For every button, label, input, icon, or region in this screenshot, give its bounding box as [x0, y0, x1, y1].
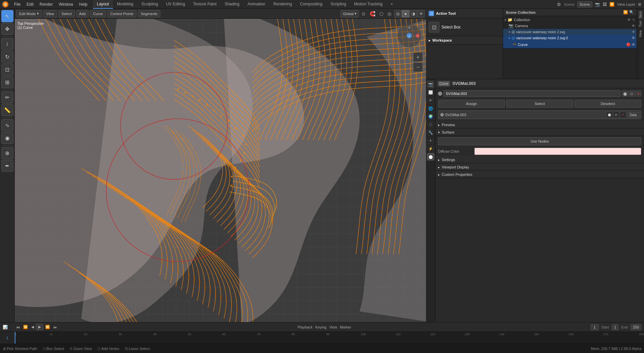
next-frame-btn[interactable]: ⏩ [44, 324, 51, 330]
outliner-search[interactable]: 🔍 [629, 10, 634, 14]
camera-eye[interactable]: 👁 [632, 24, 635, 28]
viewlayer-options[interactable]: ⊞ [638, 2, 641, 7]
surface-section-header[interactable]: ▾ Surface [435, 129, 644, 136]
outliner-item-collection[interactable]: ▾ 📁 Collection 👁 ↖ [503, 17, 637, 23]
extrude-tool[interactable]: ∿ [1, 119, 13, 131]
add-tool[interactable]: ⊕ [1, 147, 13, 159]
tab-modeling[interactable]: Modeling [113, 0, 138, 9]
move-tool[interactable]: ↕ [1, 38, 13, 50]
material-name-input[interactable] [443, 90, 621, 97]
select-menu[interactable]: Select [58, 10, 75, 17]
curve-eye[interactable]: 👁 [632, 43, 635, 47]
use-nodes-button[interactable]: Use Nodes [438, 137, 641, 145]
assign-button[interactable]: Assign [438, 100, 505, 108]
tab-add[interactable]: + [387, 0, 397, 9]
editor-type-icon[interactable]: ⚙ [557, 2, 561, 7]
outliner-item-svg1[interactable]: ▾ ◎ vancouver waterway moire 2.svg 👁 [503, 29, 637, 35]
n-tab-tool[interactable]: Tool [638, 19, 643, 28]
viewport-main[interactable]: Top Perspective (1) Curve [15, 19, 426, 322]
start-frame-input[interactable]: 1 [612, 324, 619, 330]
blender-logo[interactable]: B [1, 0, 9, 8]
viewport-display-section-header[interactable]: ▸ Viewport Display [435, 163, 644, 171]
mode-selector[interactable]: Edit Mode ▾ [16, 10, 42, 17]
material-remove-btn[interactable]: ✕ [635, 91, 641, 97]
material-shading[interactable]: ◑ [410, 10, 417, 17]
data-btn[interactable]: Data [627, 112, 639, 117]
xray-icon[interactable]: ◎ [386, 11, 393, 16]
menu-file[interactable]: File [11, 1, 23, 7]
transform-tool[interactable]: ⊞ [1, 76, 13, 88]
prev-frame-btn[interactable]: ⏪ [22, 324, 29, 330]
viewport-container[interactable]: Edit Mode ▾ View Select Add Curve Contro… [15, 9, 426, 322]
jump-end-btn[interactable]: ⏭ [52, 324, 58, 330]
outliner-item-camera[interactable]: 📷 Camera 👁 [503, 23, 637, 29]
prop-physics-icon[interactable]: ⚡ [427, 145, 434, 152]
prop-world-icon[interactable]: 🌍 [427, 113, 434, 120]
custom-properties-section-header[interactable]: ▸ Custom Properties [435, 171, 644, 178]
outliner-item-svg2[interactable]: ▾ ◎ vancouver waterway moire 2.svg.0 👁 [503, 35, 637, 41]
prop-particles-icon[interactable]: ✦ [427, 137, 434, 144]
material-duplicate-btn[interactable]: ⊡ [629, 91, 635, 97]
slot-browse[interactable]: ⬤ [606, 112, 612, 118]
filter-icon[interactable]: 🔽 [609, 2, 614, 7]
scale-tool[interactable]: ⊡ [1, 63, 13, 75]
playhead[interactable] [15, 332, 15, 344]
tab-layout[interactable]: Layout [93, 0, 113, 9]
prop-render-icon[interactable]: 📷 [427, 81, 434, 88]
workspace-section-header[interactable]: ▸ Workspace [426, 36, 503, 45]
collection-eye[interactable]: 👁 [627, 18, 631, 22]
tab-compositing[interactable]: Compositing [296, 0, 326, 9]
wireframe-shading[interactable]: ◎ [394, 10, 401, 17]
prop-object-icon[interactable]: ⬡ [427, 121, 434, 128]
render-icon[interactable]: 🖼 [603, 2, 607, 7]
solid-shading[interactable]: ● [402, 10, 409, 17]
select-button[interactable]: Select [506, 100, 573, 108]
tab-motion-tracking[interactable]: Motion Tracking [350, 0, 387, 9]
radius-tool[interactable]: ◉ [1, 132, 13, 144]
prop-scene-icon[interactable]: 🌐 [427, 105, 434, 112]
zoom-out-btn[interactable]: − [413, 62, 423, 72]
menu-edit[interactable]: Edit [24, 1, 36, 7]
svg2-eye[interactable]: 👁 [632, 36, 635, 40]
tab-rendering[interactable]: Rendering [269, 0, 296, 9]
camera-icon[interactable]: 📷 [595, 2, 600, 7]
view-menu-tl[interactable]: View [329, 325, 337, 329]
measure-tool[interactable]: 📏 [1, 104, 13, 116]
outliner-filter[interactable]: 🔽 [623, 10, 628, 14]
n-tab-item[interactable]: Item [638, 10, 643, 19]
outliner-item-curve[interactable]: 〜 Curve 🔴 👁 [503, 41, 637, 48]
cursor-tool[interactable]: ✥ [1, 23, 13, 35]
end-frame-input[interactable]: 250 [631, 324, 641, 330]
prop-modifier-icon[interactable]: 🔧 [427, 129, 434, 136]
proportional-edit[interactable]: ⊙ [360, 11, 367, 16]
timeline-editor-icon[interactable]: 📊 [3, 325, 8, 330]
curve-color[interactable]: 🔴 [626, 43, 630, 46]
prop-output-icon[interactable]: ⬜ [427, 89, 434, 96]
prop-view-icon[interactable]: 👁 [427, 97, 434, 104]
deselect-button[interactable]: Deselect [575, 100, 641, 108]
material-browse-btn[interactable]: ⬤ [622, 91, 628, 97]
tab-uv-editing[interactable]: UV Editing [162, 0, 189, 9]
menu-render[interactable]: Render [37, 1, 55, 7]
collection-cursor[interactable]: ↖ [632, 18, 635, 22]
annotate-tool[interactable]: ✏ [1, 91, 13, 103]
overlay-icon[interactable]: ⬡ [378, 11, 385, 16]
playback-menu[interactable]: Playback [298, 325, 313, 329]
zoom-in-btn[interactable]: + [413, 52, 423, 62]
curve-menu[interactable]: Curve [90, 10, 106, 17]
prop-material-icon[interactable]: ⬤ [427, 153, 434, 160]
slot-copy[interactable]: ⊡ [613, 112, 619, 118]
keying-menu[interactable]: Keying [315, 325, 327, 329]
play-btn[interactable]: ▶ [36, 324, 43, 330]
view-menu[interactable]: View [43, 10, 57, 17]
marker-menu[interactable]: Marker [340, 325, 351, 329]
tab-shading[interactable]: Shading [221, 0, 244, 9]
rotate-tool[interactable]: ↻ [1, 51, 13, 63]
draw-tool[interactable]: ✒ [1, 160, 13, 172]
play-reverse-btn[interactable]: ◀ [30, 324, 35, 330]
control-points-menu[interactable]: Control Points [107, 10, 137, 17]
tab-sculpting[interactable]: Sculpting [138, 0, 162, 9]
menu-window[interactable]: Window [56, 1, 76, 7]
tab-texture-paint[interactable]: Texture Paint [189, 0, 221, 9]
diffuse-color-swatch[interactable] [474, 148, 641, 155]
